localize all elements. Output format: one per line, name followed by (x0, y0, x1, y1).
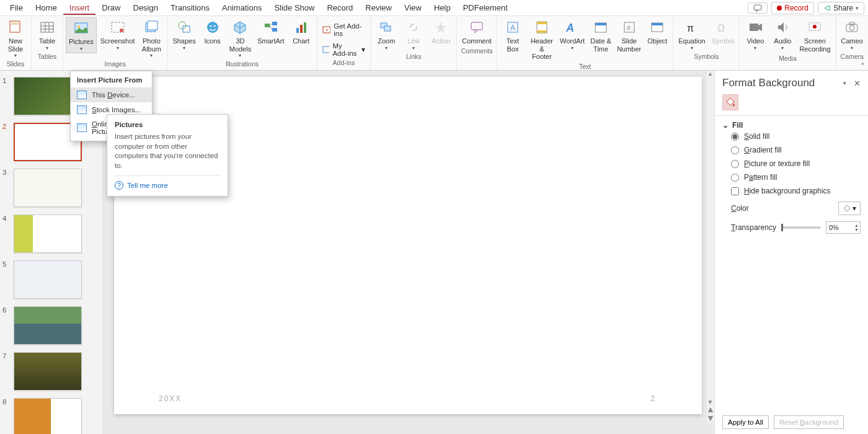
pattern-fill-radio[interactable] (731, 174, 739, 182)
fill-section-toggle[interactable]: ⌄Fill (722, 121, 861, 130)
solid-fill-radio[interactable] (731, 133, 739, 141)
fill-category-icon[interactable] (722, 94, 738, 110)
thumbnail-row[interactable]: 5 (2, 260, 99, 299)
textbox-button[interactable]: AText Box (500, 17, 526, 54)
svg-rect-41 (595, 23, 606, 25)
pictures-button[interactable]: Pictures▾ (66, 17, 97, 53)
tab-home[interactable]: Home (29, 1, 63, 15)
share-button[interactable]: Share▾ (818, 2, 864, 14)
audio-button[interactable]: Audio▾ (769, 17, 795, 52)
shapes-button[interactable]: Shapes▾ (170, 17, 198, 52)
tab-animations[interactable]: Animations (216, 1, 268, 15)
solid-fill-option[interactable]: Solid fill (722, 130, 861, 143)
picture-fill-option[interactable]: Picture or texture fill (722, 157, 861, 170)
tab-review[interactable]: Review (359, 1, 398, 15)
photo-album-label: Photo Album (142, 37, 161, 53)
scroll-up-arrow[interactable]: ▲ (706, 71, 714, 79)
group-links-label: Links (406, 52, 422, 61)
tab-insert[interactable]: Insert (63, 1, 96, 15)
screen-recording-button[interactable]: Screen Recording (797, 17, 833, 54)
group-illustrations-label: Illustrations (226, 60, 259, 69)
slider-knob[interactable] (781, 224, 783, 231)
slide-number-icon: # (621, 19, 638, 36)
tab-file[interactable]: File (4, 1, 29, 15)
dropdown-item-this-device[interactable]: This Device... (71, 87, 152, 102)
thumbnail-slide-4[interactable] (14, 215, 82, 253)
thumbnail-slide-3[interactable] (14, 169, 82, 207)
scroll-down-arrow[interactable]: ▼ (707, 399, 714, 405)
pane-menu-button[interactable]: ▾ (843, 80, 846, 86)
spin-up[interactable]: ▲ (854, 223, 859, 228)
thumbnail-slide-5[interactable] (14, 260, 82, 299)
tab-pdfelement[interactable]: PDFelement (457, 1, 514, 15)
get-addins-button[interactable]: +Get Add-ins (320, 21, 368, 38)
chart-button[interactable]: Chart (288, 17, 314, 46)
table-button[interactable]: Table▾ (34, 17, 60, 52)
collapse-ribbon-button[interactable]: ^ (861, 61, 864, 69)
transparency-input[interactable]: 0%▲▼ (826, 221, 861, 234)
svg-rect-48 (750, 24, 758, 31)
shapes-icon (175, 19, 193, 36)
slide-number-label: Slide Number (617, 37, 641, 53)
hide-bg-graphics-option[interactable]: Hide background graphics (722, 184, 861, 198)
tab-draw[interactable]: Draw (95, 1, 126, 15)
thumbnail-slide-8[interactable] (14, 398, 82, 434)
equation-button[interactable]: πEquation▾ (676, 17, 707, 52)
vertical-scrollbar[interactable]: ▲ ▼ ⯅ ⯆ (706, 71, 714, 423)
thumbnail-row[interactable]: 7 (2, 352, 99, 391)
dropdown-item-0-label: This Device... (92, 91, 135, 99)
my-addins-button[interactable]: My Add-ins ▾ (320, 41, 368, 58)
action-icon (432, 19, 450, 36)
color-picker-button[interactable]: ▾ (838, 202, 861, 215)
next-slide-button[interactable]: ⯆ (707, 415, 714, 422)
thumbnail-slide-6[interactable] (14, 306, 82, 345)
group-symbols-label: Symbols (694, 52, 719, 61)
thumbnail-row[interactable]: 4 (2, 215, 99, 253)
tab-help[interactable]: Help (428, 1, 457, 15)
svg-rect-13 (148, 21, 157, 30)
tab-view[interactable]: View (398, 1, 428, 15)
pattern-fill-option[interactable]: Pattern fill (722, 170, 861, 184)
wordart-button[interactable]: AWordArt▾ (558, 17, 587, 52)
record-button[interactable]: Record (771, 2, 814, 14)
hide-bg-graphics-checkbox[interactable] (731, 187, 739, 195)
svg-rect-38 (537, 30, 547, 33)
screenshot-button[interactable]: Screenshot▾ (98, 17, 138, 52)
apply-to-all-button[interactable]: Apply to All (722, 415, 769, 429)
new-slide-button[interactable]: New Slide▾ (2, 17, 29, 60)
thumbnail-slide-7[interactable] (14, 352, 82, 391)
thumbnail-row[interactable]: 6 (2, 306, 99, 345)
svg-text:A: A (510, 24, 515, 32)
prev-slide-button[interactable]: ⯅ (707, 407, 714, 414)
pane-close-button[interactable]: ✕ (854, 79, 861, 88)
icons-button[interactable]: Icons (200, 17, 226, 46)
tab-record[interactable]: Record (321, 1, 359, 15)
gradient-fill-radio[interactable] (731, 146, 739, 154)
spin-down[interactable]: ▼ (854, 228, 859, 232)
header-footer-button[interactable]: Header & Footer (527, 17, 557, 62)
cameo-button[interactable]: Cameo▾ (839, 17, 866, 52)
transparency-slider[interactable] (781, 226, 821, 229)
tooltip-title: Pictures (115, 121, 220, 128)
3d-models-button[interactable]: 3D Models▾ (227, 17, 254, 60)
tab-slideshow[interactable]: Slide Show (268, 1, 321, 15)
smartart-button[interactable]: SmartArt (255, 17, 286, 46)
picture-fill-radio[interactable] (731, 160, 739, 168)
scroll-track[interactable] (706, 79, 714, 386)
slide-number-button[interactable]: #Slide Number (615, 17, 643, 54)
hide-bg-graphics-label: Hide background graphics (744, 187, 830, 195)
gradient-fill-option[interactable]: Gradient fill (722, 143, 861, 157)
get-addins-label: Get Add-ins (334, 22, 365, 37)
tab-design[interactable]: Design (127, 1, 164, 15)
zoom-button[interactable]: Zoom▾ (373, 17, 399, 52)
comment-button[interactable]: Comment (459, 17, 494, 46)
tell-me-more-link[interactable]: ?Tell me more (115, 181, 220, 190)
thumbnail-row[interactable]: 3 (2, 169, 99, 207)
thumbnail-row[interactable]: 8 (2, 398, 99, 434)
comments-button[interactable] (748, 2, 768, 14)
object-button[interactable]: Object (644, 17, 670, 46)
datetime-button[interactable]: Date & Time (588, 17, 614, 54)
video-button[interactable]: Video▾ (742, 17, 768, 52)
tab-transitions[interactable]: Transitions (164, 1, 216, 15)
photo-album-button[interactable]: Photo Album▾ (138, 17, 164, 60)
